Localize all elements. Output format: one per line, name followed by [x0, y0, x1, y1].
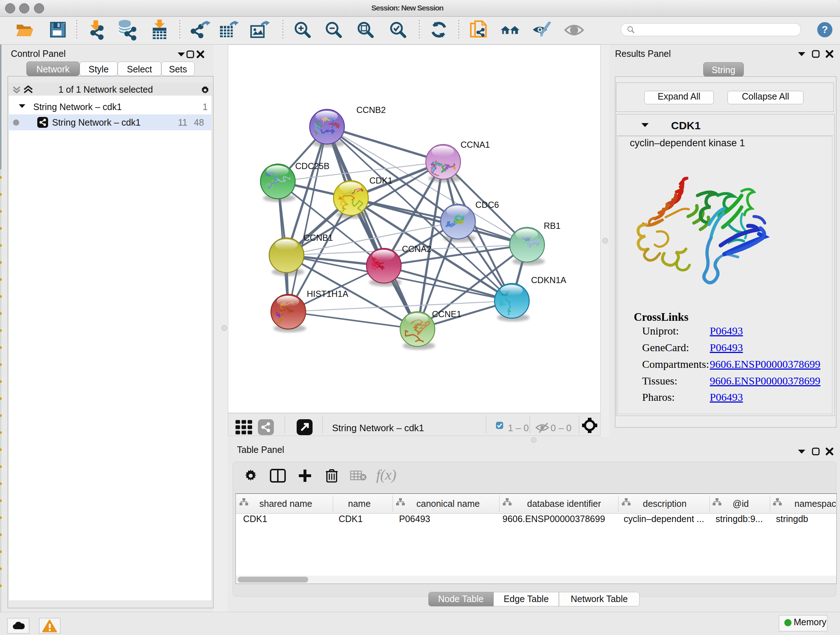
svg-text:CCNB1: CCNB1: [303, 233, 333, 242]
svg-text:CCNA2: CCNA2: [402, 244, 431, 254]
svg-text:RB1: RB1: [544, 221, 561, 231]
svg-text:?: ?: [821, 24, 828, 35]
svg-text:CCNE1: CCNE1: [432, 309, 461, 319]
svg-text:CDK1: CDK1: [369, 176, 393, 185]
svg-text:CDC6: CDC6: [475, 200, 499, 210]
svg-text:CDKN1A: CDKN1A: [531, 275, 566, 285]
svg-text:CCNB2: CCNB2: [356, 105, 386, 115]
svg-text:CCNA1: CCNA1: [461, 140, 490, 149]
svg-text:HIST1H1A: HIST1H1A: [307, 289, 348, 299]
svg-text:CDC25B: CDC25B: [295, 161, 330, 171]
